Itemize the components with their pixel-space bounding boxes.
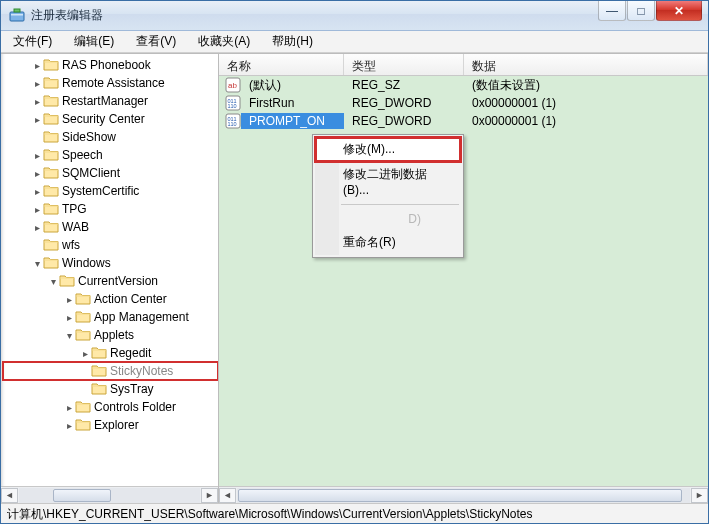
- menubar: 文件(F) 编辑(E) 查看(V) 收藏夹(A) 帮助(H): [1, 31, 708, 53]
- value-type: REG_DWORD: [344, 95, 464, 111]
- col-header-type[interactable]: 类型: [344, 54, 464, 75]
- tree-item[interactable]: ▸Regedit: [3, 344, 218, 362]
- tree-item[interactable]: ▸SystemCertific: [3, 182, 218, 200]
- tree-item[interactable]: ▸SQMClient: [3, 164, 218, 182]
- value-row[interactable]: FirstRunREG_DWORD0x00000001 (1): [219, 94, 708, 112]
- folder-icon: [43, 111, 59, 127]
- ctx-modify[interactable]: 修改(M)...: [315, 137, 461, 162]
- value-name: FirstRun: [241, 95, 344, 111]
- tree-item[interactable]: ▸Explorer: [3, 416, 218, 434]
- values-h-scrollbar[interactable]: ◄ ►: [219, 486, 708, 503]
- menu-view[interactable]: 查看(V): [130, 31, 182, 52]
- tree-scroll[interactable]: ▸RAS Phonebook▸Remote Assistance▸Restart…: [1, 54, 218, 486]
- tree-item[interactable]: ▾CurrentVersion: [3, 272, 218, 290]
- tree-item-label: Action Center: [94, 292, 167, 306]
- chevron-down-icon[interactable]: ▾: [63, 330, 75, 341]
- menu-help[interactable]: 帮助(H): [266, 31, 319, 52]
- chevron-right-icon[interactable]: ▸: [31, 114, 43, 125]
- folder-icon: [43, 183, 59, 199]
- value-name: (默认): [241, 76, 344, 95]
- chevron-right-icon[interactable]: ▸: [31, 78, 43, 89]
- tree-item-label: Applets: [94, 328, 134, 342]
- chevron-right-icon[interactable]: ▸: [31, 186, 43, 197]
- tree-item[interactable]: ▸Controls Folder: [3, 398, 218, 416]
- values-body[interactable]: (默认)REG_SZ(数值未设置)FirstRunREG_DWORD0x0000…: [219, 76, 708, 486]
- reg-sz-icon: [225, 77, 241, 93]
- scroll-right-button[interactable]: ►: [691, 488, 708, 503]
- scroll-thumb[interactable]: [53, 489, 111, 502]
- reg-dword-icon: [225, 95, 241, 111]
- columns-header: 名称 类型 数据: [219, 54, 708, 76]
- scroll-track[interactable]: [19, 488, 200, 503]
- chevron-right-icon[interactable]: ▸: [31, 150, 43, 161]
- menu-edit[interactable]: 编辑(E): [68, 31, 120, 52]
- tree-item[interactable]: ▸RAS Phonebook: [3, 56, 218, 74]
- tree-item[interactable]: ▸RestartManager: [3, 92, 218, 110]
- chevron-right-icon[interactable]: ▸: [31, 204, 43, 215]
- tree-item[interactable]: ▸Remote Assistance: [3, 74, 218, 92]
- chevron-right-icon[interactable]: ▸: [31, 60, 43, 71]
- scroll-right-button[interactable]: ►: [201, 488, 218, 503]
- maximize-button[interactable]: □: [627, 1, 655, 21]
- chevron-right-icon[interactable]: ▸: [31, 222, 43, 233]
- tree-item-label: Explorer: [94, 418, 139, 432]
- chevron-right-icon[interactable]: ▸: [63, 420, 75, 431]
- scroll-left-button[interactable]: ◄: [219, 488, 236, 503]
- tree-item[interactable]: ▸Speech: [3, 146, 218, 164]
- chevron-down-icon[interactable]: ▾: [31, 258, 43, 269]
- ctx-separator: [341, 204, 459, 205]
- tree-item[interactable]: ▾Applets: [3, 326, 218, 344]
- folder-icon: [91, 345, 107, 361]
- value-row[interactable]: PROMPT_ONREG_DWORD0x00000001 (1): [219, 112, 708, 130]
- close-button[interactable]: ✕: [656, 1, 702, 21]
- registry-tree: ▸RAS Phonebook▸Remote Assistance▸Restart…: [1, 54, 218, 434]
- tree-item[interactable]: ▸Action Center: [3, 290, 218, 308]
- chevron-down-icon[interactable]: ▾: [47, 276, 59, 287]
- tree-item-label: SQMClient: [62, 166, 120, 180]
- tree-item[interactable]: StickyNotes: [3, 362, 218, 380]
- chevron-right-icon[interactable]: ▸: [63, 312, 75, 323]
- folder-icon: [43, 255, 59, 271]
- col-header-name[interactable]: 名称: [219, 54, 344, 75]
- ctx-rename[interactable]: 重命名(R): [315, 230, 461, 255]
- folder-icon: [43, 57, 59, 73]
- tree-item[interactable]: ▸Security Center: [3, 110, 218, 128]
- chevron-right-icon[interactable]: ▸: [63, 294, 75, 305]
- chevron-right-icon[interactable]: ▸: [63, 402, 75, 413]
- tree-item[interactable]: SysTray: [3, 380, 218, 398]
- tree-item[interactable]: ▸TPG: [3, 200, 218, 218]
- window-title: 注册表编辑器: [31, 7, 598, 24]
- statusbar: 计算机\HKEY_CURRENT_USER\Software\Microsoft…: [1, 503, 708, 523]
- minimize-button[interactable]: —: [598, 1, 626, 21]
- tree-item[interactable]: ▾Windows: [3, 254, 218, 272]
- tree-item-label: SysTray: [110, 382, 154, 396]
- value-data: 0x00000001 (1): [464, 95, 708, 111]
- chevron-left-icon: ◄: [5, 490, 14, 500]
- menu-file[interactable]: 文件(F): [7, 31, 58, 52]
- chevron-right-icon[interactable]: ▸: [31, 168, 43, 179]
- tree-item[interactable]: ▸App Management: [3, 308, 218, 326]
- tree-item[interactable]: SideShow: [3, 128, 218, 146]
- value-type: REG_SZ: [344, 77, 464, 93]
- chevron-right-icon: ►: [695, 490, 704, 500]
- tree-item[interactable]: ▸WAB: [3, 218, 218, 236]
- scroll-track[interactable]: [237, 488, 690, 503]
- tree-h-scrollbar[interactable]: ◄ ►: [1, 486, 218, 503]
- chevron-right-icon[interactable]: ▸: [31, 96, 43, 107]
- folder-icon: [43, 75, 59, 91]
- folder-icon: [43, 93, 59, 109]
- ctx-modify-binary[interactable]: 修改二进制数据(B)...: [315, 162, 461, 201]
- chevron-right-icon[interactable]: ▸: [79, 348, 91, 359]
- folder-icon: [75, 399, 91, 415]
- menu-favorites[interactable]: 收藏夹(A): [192, 31, 256, 52]
- tree-item-label: WAB: [62, 220, 89, 234]
- col-header-data[interactable]: 数据: [464, 54, 708, 75]
- titlebar[interactable]: 注册表编辑器 — □ ✕: [1, 1, 708, 31]
- folder-icon: [43, 129, 59, 145]
- scroll-left-button[interactable]: ◄: [1, 488, 18, 503]
- scroll-thumb[interactable]: [238, 489, 682, 502]
- tree-item-label: App Management: [94, 310, 189, 324]
- folder-icon: [59, 273, 75, 289]
- tree-item[interactable]: wfs: [3, 236, 218, 254]
- value-row[interactable]: (默认)REG_SZ(数值未设置): [219, 76, 708, 94]
